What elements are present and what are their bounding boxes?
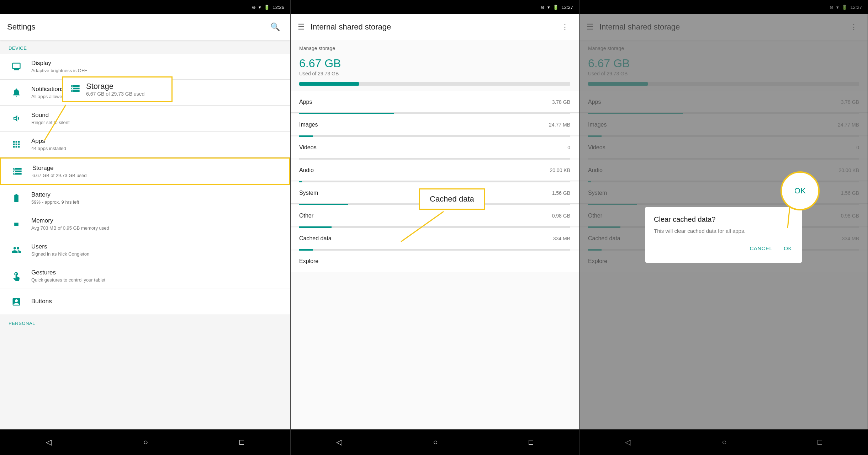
storage-row-apps[interactable]: Apps 3.78 GB (291, 91, 579, 114)
buttons-title: Buttons (31, 298, 281, 305)
battery-text: Battery 59% - approx. 9 hrs left (31, 191, 281, 205)
recent-button-2[interactable]: □ (520, 433, 542, 451)
settings-item-display[interactable]: Display Adaptive brightness is OFF (0, 54, 290, 80)
settings-item-users[interactable]: Users Signed in as Nick Congleton (0, 237, 290, 263)
storage-annotation-text: Storage 6.67 GB of 29.73 GB used (86, 82, 144, 97)
system-row-value: 1.56 GB (552, 190, 570, 196)
apps-text: Apps 44 apps installed (31, 138, 281, 151)
cached-annotation-box: Cached data (419, 188, 485, 210)
other-row-label: Other (299, 213, 552, 219)
memory-icon (9, 216, 24, 232)
cached-annotation-label: Cached data (430, 194, 474, 203)
dialog-buttons: CANCEL OK (654, 242, 793, 254)
total-storage-bar-fill (299, 82, 359, 86)
cached-bar (299, 249, 313, 251)
display-title: Display (31, 60, 281, 67)
images-row-value: 24.77 MB (549, 122, 570, 128)
gestures-text: Gestures Quick gestures to control your … (31, 269, 281, 283)
storage-dialog-panel: ⊖ ▾ 🔋 12:27 ☰ Internal shared storage ⋮ … (579, 0, 868, 455)
users-title: Users (31, 243, 281, 250)
status-bar-1: ⊖ ▾ 🔋 12:26 (0, 0, 290, 14)
sound-title: Sound (31, 112, 281, 119)
storage-app-bar: ☰ Internal shared storage ⋮ (291, 14, 579, 40)
settings-item-buttons[interactable]: Buttons (0, 289, 290, 315)
nav-bar-2: ◁ ○ □ (291, 429, 579, 455)
storage-row-audio[interactable]: Audio 20.00 KB (291, 160, 579, 182)
signal-icon-2: ⊖ (541, 5, 545, 10)
time-2: 12:27 (561, 5, 573, 10)
display-text: Display Adaptive brightness is OFF (31, 60, 281, 73)
sound-icon (9, 111, 24, 126)
memory-text: Memory Avg 703 MB of 0.95 GB memory used (31, 217, 281, 231)
status-bar-2: ⊖ ▾ 🔋 12:27 (291, 0, 579, 14)
back-button-1[interactable]: ◁ (37, 433, 60, 451)
storage-row-images[interactable]: Images 24.77 MB (291, 114, 579, 137)
settings-panel: ⊖ ▾ 🔋 12:26 Settings 🔍 Device Display Ad… (0, 0, 290, 455)
used-of-label: Used of 29.73 GB (299, 71, 570, 76)
notifications-icon (9, 85, 24, 100)
dialog-title: Clear cached data? (654, 215, 793, 224)
videos-row-label: Videos (299, 144, 567, 151)
storage-title: Storage (32, 165, 280, 172)
storage-text: Storage 6.67 GB of 29.73 GB used (32, 165, 280, 178)
audio-row-label: Audio (299, 167, 550, 173)
device-section-label: Device (0, 40, 290, 54)
settings-item-sound[interactable]: Sound Ringer set to silent (0, 106, 290, 132)
dialog-wrapper: OK Clear cached data? This will clear ca… (645, 193, 802, 263)
sound-sub: Ringer set to silent (31, 120, 281, 125)
recent-button-1[interactable]: □ (231, 433, 253, 451)
videos-row-value: 0 (567, 145, 570, 150)
more-icon-2[interactable]: ⋮ (558, 20, 572, 34)
cancel-button[interactable]: CANCEL (748, 242, 774, 254)
storage-row-explore[interactable]: Explore (291, 251, 579, 272)
settings-item-apps[interactable]: Apps 44 apps installed (0, 132, 290, 157)
apps-row-label: Apps (299, 99, 552, 105)
storage-row-cached[interactable]: Cached data 334 MB (291, 228, 579, 251)
battery-title: Battery (31, 191, 281, 198)
memory-sub: Avg 703 MB of 0.95 GB memory used (31, 225, 281, 231)
hamburger-icon[interactable]: ☰ (298, 22, 305, 32)
buttons-icon (9, 294, 24, 310)
settings-item-memory[interactable]: Memory Avg 703 MB of 0.95 GB memory used (0, 211, 290, 237)
settings-item-battery[interactable]: Battery 59% - approx. 9 hrs left (0, 185, 290, 211)
ok-circle-annotation: OK (780, 171, 820, 210)
home-button-1[interactable]: ○ (135, 433, 157, 451)
personal-section-label: Personal (0, 315, 290, 329)
display-icon (9, 59, 24, 74)
back-button-2[interactable]: ◁ (328, 433, 351, 451)
storage-annotation-box: Storage 6.67 GB of 29.73 GB used (62, 76, 173, 102)
storage-icon (10, 164, 25, 179)
settings-item-storage[interactable]: Storage 6.67 GB of 29.73 GB used (0, 157, 290, 185)
storage-row-videos[interactable]: Videos 0 (291, 137, 579, 160)
users-sub: Signed in as Nick Congleton (31, 251, 281, 257)
ok-circle-label: OK (794, 186, 806, 196)
apps-title: Apps (31, 138, 281, 145)
dialog-message: This will clear cached data for all apps… (654, 228, 793, 234)
cached-row-label: Cached data (299, 235, 553, 242)
audio-bar (299, 181, 302, 182)
wifi-icon-2: ▾ (547, 5, 550, 10)
gestures-sub: Quick gestures to control your tablet (31, 277, 281, 283)
battery-icon: 🔋 (264, 5, 270, 10)
time-1: 12:26 (272, 5, 284, 10)
storage-panel: ⊖ ▾ 🔋 12:27 ☰ Internal shared storage ⋮ … (290, 0, 579, 455)
search-icon[interactable]: 🔍 (268, 20, 283, 34)
settings-app-bar: Settings 🔍 (0, 14, 290, 40)
settings-item-gestures[interactable]: Gestures Quick gestures to control your … (0, 263, 290, 289)
manage-storage-label[interactable]: Manage storage (291, 40, 579, 54)
storage-annotation-icon (70, 84, 80, 95)
total-storage-bar (299, 82, 570, 86)
ok-button[interactable]: OK (782, 242, 793, 254)
signal-icon: ⊖ (252, 5, 256, 10)
used-storage-section: 6.67 GB Used of 29.73 GB (291, 54, 579, 81)
battery-sub: 59% - approx. 9 hrs left (31, 199, 281, 205)
used-gb-value: 6.67 GB (299, 57, 570, 70)
users-icon (9, 242, 24, 258)
sound-text: Sound Ringer set to silent (31, 112, 281, 125)
status-icons-2: ⊖ ▾ 🔋 12:27 (541, 5, 573, 10)
home-button-2[interactable]: ○ (424, 433, 446, 451)
audio-row-value: 20.00 KB (550, 167, 570, 173)
settings-list: Display Adaptive brightness is OFF Notif… (0, 54, 290, 429)
clear-cache-dialog: Clear cached data? This will clear cache… (645, 207, 802, 263)
images-bar (299, 135, 313, 137)
